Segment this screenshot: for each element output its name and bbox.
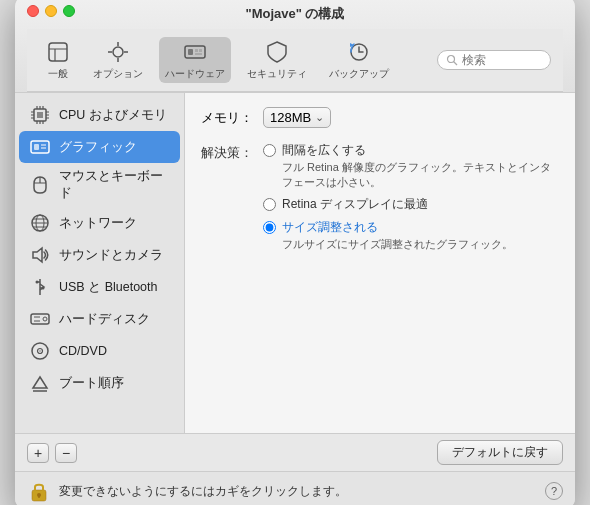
radio-item-scale: サイズ調整される フルサイズにサイズ調整されたグラフィック。 bbox=[263, 219, 559, 252]
resolution-label: 解決策： bbox=[201, 142, 253, 162]
svg-point-3 bbox=[113, 47, 123, 57]
sidebar-item-mouse[interactable]: マウスとキーボード bbox=[19, 163, 180, 207]
main-content: CPU およびメモリ グラフィック マウスとキーボード bbox=[15, 93, 575, 433]
usb-icon bbox=[29, 276, 51, 298]
radio-retina-label: Retina ディスプレイに最適 bbox=[282, 196, 428, 213]
options-icon bbox=[105, 39, 131, 65]
svg-rect-10 bbox=[195, 49, 198, 52]
main-window: "Mojave" の構成 一般 bbox=[15, 0, 575, 505]
tab-hardware[interactable]: ハードウェア bbox=[159, 37, 231, 83]
window-title: "Mojave" の構成 bbox=[27, 5, 563, 29]
help-button[interactable]: ? bbox=[545, 482, 563, 500]
svg-point-49 bbox=[43, 317, 47, 321]
sidebar-item-cddvd[interactable]: CD/DVD bbox=[19, 335, 180, 367]
radio-scale-sublabel: フルサイズにサイズ調整されたグラフィック。 bbox=[282, 237, 513, 252]
svg-point-47 bbox=[42, 287, 45, 290]
memory-row: メモリ： 128MB ⌄ bbox=[201, 107, 559, 128]
graphics-icon bbox=[29, 136, 51, 158]
svg-point-45 bbox=[36, 281, 39, 284]
sidebar-label-cddvd: CD/DVD bbox=[59, 344, 107, 358]
memory-label: メモリ： bbox=[201, 109, 253, 127]
svg-rect-0 bbox=[49, 43, 67, 61]
svg-rect-32 bbox=[34, 144, 39, 150]
svg-rect-48 bbox=[31, 314, 49, 324]
svg-rect-11 bbox=[199, 49, 202, 52]
tab-general[interactable]: 一般 bbox=[39, 37, 77, 83]
default-button[interactable]: デフォルトに戻す bbox=[437, 440, 563, 465]
remove-button[interactable]: − bbox=[55, 443, 77, 463]
close-button[interactable] bbox=[27, 5, 39, 17]
chevron-down-icon: ⌄ bbox=[315, 111, 324, 124]
sidebar-label-hdd: ハードディスク bbox=[59, 311, 150, 328]
toolbar: 一般 オプション bbox=[27, 29, 563, 92]
boot-icon bbox=[29, 372, 51, 394]
titlebar: "Mojave" の構成 一般 bbox=[15, 0, 575, 93]
sound-icon bbox=[29, 244, 51, 266]
lock-icon-wrap[interactable] bbox=[27, 479, 51, 503]
footer: 変更できないようにするにはカギをクリックします。 ? bbox=[15, 471, 575, 505]
memory-value: 128MB bbox=[270, 110, 311, 125]
resolution-section: 解決策： 間隔を広くする フル Retina 解像度のグラフィック。テキストとイ… bbox=[201, 142, 559, 252]
minimize-button[interactable] bbox=[45, 5, 57, 17]
radio-retina[interactable] bbox=[263, 198, 276, 211]
memory-select[interactable]: 128MB ⌄ bbox=[263, 107, 331, 128]
security-icon bbox=[264, 39, 290, 65]
search-box[interactable] bbox=[437, 50, 551, 70]
svg-rect-18 bbox=[37, 112, 43, 118]
search-icon bbox=[446, 54, 458, 66]
radio-scale-label: サイズ調整される bbox=[282, 219, 513, 236]
hdd-icon bbox=[29, 308, 51, 330]
radio-widen[interactable] bbox=[263, 144, 276, 157]
sidebar-item-network[interactable]: ネットワーク bbox=[19, 207, 180, 239]
bottom-bar: + − デフォルトに戻す bbox=[15, 433, 575, 471]
radio-widen-sublabel: フル Retina 解像度のグラフィック。テキストとインタフェースは小さい。 bbox=[282, 160, 559, 190]
toolbar-icons: 一般 オプション bbox=[39, 37, 395, 83]
cpu-icon bbox=[29, 104, 51, 126]
maximize-button[interactable] bbox=[63, 5, 75, 17]
tab-backup[interactable]: バックアップ bbox=[323, 37, 395, 83]
sidebar-label-graphics: グラフィック bbox=[59, 139, 137, 156]
sidebar-item-cpu[interactable]: CPU およびメモリ bbox=[19, 99, 180, 131]
sidebar-label-network: ネットワーク bbox=[59, 215, 137, 232]
radio-item-widen: 間隔を広くする フル Retina 解像度のグラフィック。テキストとインタフェー… bbox=[263, 142, 559, 190]
sidebar: CPU およびメモリ グラフィック マウスとキーボード bbox=[15, 93, 185, 433]
sidebar-label-mouse: マウスとキーボード bbox=[59, 168, 170, 202]
content-panel: メモリ： 128MB ⌄ 解決策： 間隔を広くする bbox=[185, 93, 575, 433]
sidebar-item-usb[interactable]: USB と Bluetooth bbox=[19, 271, 180, 303]
sidebar-label-sound: サウンドとカメラ bbox=[59, 247, 163, 264]
radio-item-retina: Retina ディスプレイに最適 bbox=[263, 196, 559, 213]
svg-point-54 bbox=[39, 350, 41, 352]
svg-point-15 bbox=[448, 56, 455, 63]
lock-icon bbox=[29, 480, 49, 502]
sidebar-label-usb: USB と Bluetooth bbox=[59, 279, 157, 296]
add-button[interactable]: + bbox=[27, 443, 49, 463]
backup-icon bbox=[346, 39, 372, 65]
search-input[interactable] bbox=[462, 53, 542, 67]
radio-widen-label: 間隔を広くする bbox=[282, 142, 559, 159]
footer-text: 変更できないようにするにはカギをクリックします。 bbox=[59, 483, 347, 500]
sidebar-item-hdd[interactable]: ハードディスク bbox=[19, 303, 180, 335]
svg-line-16 bbox=[454, 62, 458, 66]
sidebar-item-sound[interactable]: サウンドとカメラ bbox=[19, 239, 180, 271]
radio-scale[interactable] bbox=[263, 221, 276, 234]
tab-security[interactable]: セキュリティ bbox=[241, 37, 313, 83]
sidebar-label-cpu: CPU およびメモリ bbox=[59, 107, 167, 124]
svg-marker-42 bbox=[33, 248, 42, 262]
radio-group: 間隔を広くする フル Retina 解像度のグラフィック。テキストとインタフェー… bbox=[263, 142, 559, 252]
svg-rect-9 bbox=[188, 49, 193, 55]
sidebar-item-graphics[interactable]: グラフィック bbox=[19, 131, 180, 163]
general-icon bbox=[45, 39, 71, 65]
svg-rect-31 bbox=[31, 141, 49, 153]
network-icon bbox=[29, 212, 51, 234]
hardware-icon bbox=[182, 39, 208, 65]
sidebar-label-boot: ブート順序 bbox=[59, 375, 124, 392]
mouse-icon bbox=[29, 174, 51, 196]
sidebar-item-boot[interactable]: ブート順序 bbox=[19, 367, 180, 399]
cddvd-icon bbox=[29, 340, 51, 362]
svg-rect-12 bbox=[195, 53, 202, 55]
traffic-lights bbox=[27, 5, 75, 17]
svg-marker-55 bbox=[33, 377, 47, 388]
tab-options[interactable]: オプション bbox=[87, 37, 149, 83]
